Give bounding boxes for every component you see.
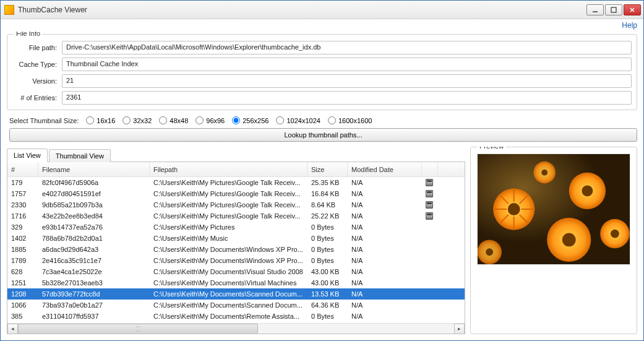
svg-rect-1	[611, 7, 616, 12]
window-buttons	[586, 4, 641, 15]
cache-type-value[interactable]: Thumbnail Cache Index	[62, 58, 632, 71]
radio-48x48[interactable]: 48x48	[159, 116, 188, 124]
radio-input-96x96[interactable]	[195, 116, 204, 124]
table-row[interactable]: 385e31104107ffd5937C:\Users\Keith\My Doc…	[7, 311, 465, 322]
th-date[interactable]: Modified Date	[348, 162, 422, 176]
table-row[interactable]: 6287c3ae4ca1e25022eC:\Users\Keith\My Doc…	[7, 266, 465, 277]
th-size[interactable]: Size	[307, 162, 348, 176]
scroll-left-button[interactable]: ◂	[7, 324, 18, 334]
cell-num: 1251	[7, 279, 38, 287]
table-row[interactable]: 171643e22b2ee8b3ed84C:\Users\Keith\My Pi…	[7, 210, 465, 222]
maximize-icon	[611, 7, 617, 13]
svg-point-6	[508, 203, 520, 215]
close-button[interactable]	[624, 4, 641, 15]
radio-16x16[interactable]: 16x16	[86, 116, 115, 124]
cell-filename: 82fc0f4967d5906a	[38, 179, 150, 186]
tab-list-view[interactable]: List View	[7, 149, 48, 162]
svg-point-18	[562, 233, 576, 247]
th-icon[interactable]	[422, 162, 438, 176]
cell-date: N/A	[348, 268, 422, 275]
table-row[interactable]: 106673ba937a0e0b1a27C:\Users\Keith\My Do…	[7, 300, 465, 311]
table-body[interactable]: 17982fc0f4967d5906aC:\Users\Keith\My Pic…	[7, 177, 465, 323]
radio-32x32[interactable]: 32x32	[122, 116, 152, 124]
tab-thumb-view[interactable]: Thumbnail View	[49, 149, 111, 162]
cell-size: 0 Bytes	[307, 223, 348, 231]
table-row[interactable]: 1757e4027d80451591efC:\Users\Keith\My Pi…	[7, 188, 465, 199]
table-row[interactable]: 329e93b14737ea52a76C:\Users\Keith\My Pic…	[7, 222, 465, 233]
minimize-button[interactable]	[586, 4, 604, 15]
cell-num: 1757	[7, 190, 38, 197]
th-num[interactable]: #	[7, 162, 38, 176]
cell-size: 0 Bytes	[307, 246, 348, 253]
radio-256x256[interactable]: 256x256	[232, 116, 268, 124]
minimize-icon	[592, 7, 598, 13]
disk-icon	[426, 190, 433, 197]
cell-size: 0 Bytes	[307, 235, 348, 242]
thumbnail-size-label: Select Thumbnail Size:	[9, 117, 79, 124]
radio-input-1024x1024[interactable]	[276, 116, 284, 124]
main-columns: List View Thumbnail View # Filename File…	[7, 147, 637, 334]
radio-input-16x16[interactable]	[86, 116, 94, 124]
file-path-row: File path: Drive-C:\users\Keith\AppData\…	[12, 41, 632, 54]
table-row[interactable]: 12515b328e27013eaeb3C:\Users\Keith\My Do…	[7, 277, 465, 288]
radio-input-256x256[interactable]	[232, 116, 240, 124]
th-filepath[interactable]: Filepath	[150, 162, 307, 176]
cell-size: 25.22 KB	[307, 212, 348, 220]
help-link[interactable]: Help	[622, 21, 637, 30]
radio-label-text: 256x256	[243, 117, 268, 124]
radio-1600x1600[interactable]: 1600x1600	[328, 116, 372, 124]
file-path-label: File path:	[12, 44, 62, 51]
cell-size: 13.53 KB	[307, 290, 348, 298]
radio-1024x1024[interactable]: 1024x1024	[276, 116, 320, 124]
radio-input-48x48[interactable]	[159, 116, 167, 124]
lookup-button[interactable]: Lookup thumbnail paths...	[9, 128, 637, 142]
radio-96x96[interactable]: 96x96	[195, 116, 225, 124]
radio-input-1600x1600[interactable]	[328, 116, 336, 124]
table-row[interactable]: 23309db585a21b097b3aC:\Users\Keith\My Pi…	[7, 199, 465, 210]
cell-date: N/A	[348, 201, 422, 209]
entries-label: # of Entries:	[12, 94, 62, 101]
cell-filename: e93b14737ea52a76	[38, 223, 150, 231]
cell-filepath: C:\Users\Keith\My Pictures\Google Talk R…	[150, 201, 307, 209]
cell-size: 43.00 KB	[307, 279, 348, 287]
cell-date: N/A	[348, 223, 422, 231]
table-container: # Filename Filepath Size Modified Date 1…	[7, 162, 465, 334]
scroll-thumb[interactable]	[18, 324, 258, 334]
table-row[interactable]: 1402788a6b78d2b2d0a1C:\Users\Keith\My Mu…	[7, 233, 465, 244]
table-row[interactable]: 17982fc0f4967d5906aC:\Users\Keith\My Pic…	[7, 177, 465, 188]
table-row[interactable]: 120857db393e772fcc8dC:\Users\Keith\My Do…	[7, 288, 465, 300]
cell-size: 8.64 KB	[307, 201, 348, 209]
table-row[interactable]: 17892e416ca35c91c1e7C:\Users\Keith\My Do…	[7, 255, 465, 266]
left-column: List View Thumbnail View # Filename File…	[7, 147, 465, 334]
preview-image	[477, 153, 630, 265]
cell-filepath: C:\Users\Keith\My Documents\Scanned Docu…	[150, 301, 307, 309]
cell-date: N/A	[348, 257, 422, 264]
cell-size: 0 Bytes	[307, 313, 348, 320]
radio-label-text: 1600x1600	[338, 117, 372, 124]
th-filename[interactable]: Filename	[38, 162, 150, 176]
version-value[interactable]: 21	[62, 74, 632, 88]
app-icon	[4, 5, 14, 15]
radio-label-text: 48x48	[170, 117, 188, 124]
cell-filepath: C:\Users\Keith\My Pictures\Google Talk R…	[150, 190, 307, 197]
cell-filepath: C:\Users\Keith\My Pictures\Google Talk R…	[150, 212, 307, 220]
right-column: Preview	[470, 147, 637, 334]
radio-input-32x32[interactable]	[122, 116, 131, 124]
cell-filename: 7c3ae4ca1e25022e	[38, 268, 150, 275]
scroll-track[interactable]	[18, 324, 454, 334]
entries-value[interactable]: 2361	[62, 91, 632, 105]
menubar: Help	[1, 19, 643, 32]
cell-date: N/A	[348, 212, 422, 220]
h-scrollbar[interactable]: ◂ ▸	[7, 323, 465, 334]
cell-date: N/A	[348, 279, 422, 287]
cell-date: N/A	[348, 290, 422, 298]
cell-size: 16.84 KB	[307, 190, 348, 197]
preview-group: Preview	[470, 147, 637, 334]
file-path-value[interactable]: Drive-C:\users\Keith\AppData\Local\Micro…	[62, 41, 632, 54]
table-row[interactable]: 1885a6dac9d29d642a3C:\Users\Keith\My Doc…	[7, 244, 465, 255]
cell-num: 2330	[7, 201, 38, 209]
scroll-right-button[interactable]: ▸	[454, 324, 465, 334]
cell-filename: 73ba937a0e0b1a27	[38, 301, 150, 309]
maximize-button[interactable]	[605, 4, 622, 15]
file-info-title: File Info	[14, 32, 43, 37]
